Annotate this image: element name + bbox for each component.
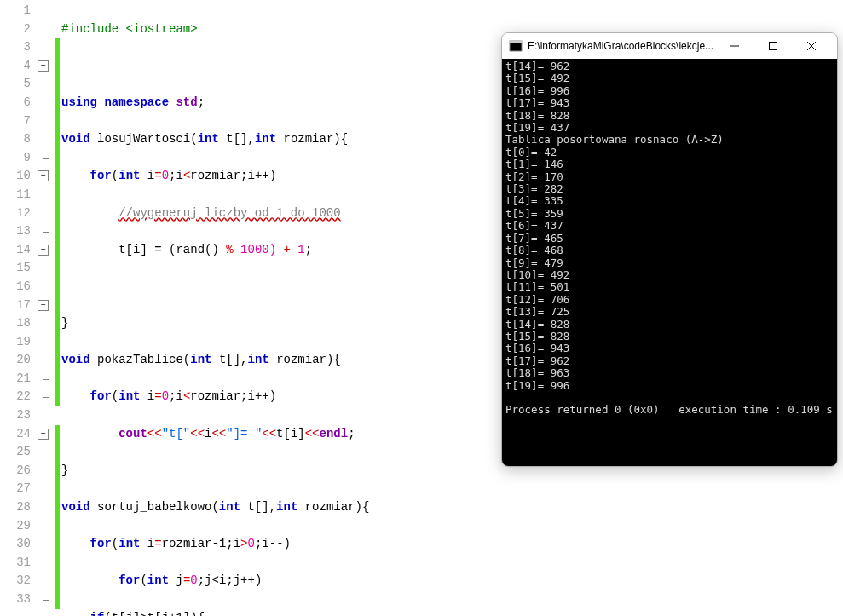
line-number: 6 — [0, 94, 31, 112]
fold-end — [43, 158, 49, 159]
line-number: 23 — [0, 406, 31, 425]
line-number: 17 — [0, 296, 31, 315]
comment: //wygeneruj liczby od 1 do 1000 — [118, 206, 340, 220]
close-button[interactable] — [792, 33, 830, 59]
code-line[interactable]: for(int i=rozmiar-1;i>0;i--) — [61, 535, 843, 554]
fold-line — [43, 554, 43, 573]
line-number: 28 — [0, 498, 31, 517]
fold-line — [43, 590, 43, 600]
fold-line — [43, 112, 43, 131]
line-number: 18 — [0, 314, 31, 333]
line-number: 4 — [0, 57, 31, 76]
line-number: 25 — [0, 443, 31, 462]
fold-gutter[interactable] — [36, 0, 55, 616]
line-number: 26 — [0, 462, 31, 481]
fold-toggle[interactable] — [38, 300, 49, 311]
fold-toggle[interactable] — [38, 245, 49, 256]
fold-line — [43, 278, 43, 296]
titlebar[interactable]: E:\informatykaMiGra\codeBlocks\lekcje... — [502, 33, 837, 59]
line-number: 30 — [0, 535, 31, 554]
fold-line — [43, 314, 43, 333]
line-number: 24 — [0, 425, 31, 444]
fold-toggle[interactable] — [38, 60, 49, 72]
fold-line — [43, 75, 43, 94]
fold-line — [43, 462, 43, 481]
line-number: 22 — [0, 388, 31, 406]
line-number: 12 — [0, 204, 31, 223]
fold-line — [43, 517, 43, 536]
line-number: 14 — [0, 241, 31, 260]
maximize-button[interactable] — [754, 33, 792, 59]
line-number-gutter: 1234567891011121314151617181920212223242… — [0, 0, 36, 616]
code-line[interactable]: for(int j=0;j<i;j++) — [61, 572, 843, 590]
line-number: 19 — [0, 333, 31, 352]
fold-line — [43, 259, 43, 278]
preprocessor: #include <iostream> — [61, 22, 198, 36]
console-output[interactable]: t[14]= 962 t[15]= 492 t[16]= 996 t[17]= … — [502, 59, 837, 466]
change-bar — [55, 425, 60, 609]
code-line[interactable]: void sortuj_babelkowo(int t[],int rozmia… — [61, 498, 843, 517]
change-margin — [55, 0, 60, 616]
fold-line — [43, 481, 43, 499]
line-number: 10 — [0, 167, 31, 186]
fold-line — [43, 370, 43, 379]
minimize-button[interactable] — [715, 33, 754, 59]
fold-end — [43, 232, 49, 233]
line-number: 3 — [0, 38, 31, 57]
line-number: 29 — [0, 517, 31, 536]
svg-rect-3 — [769, 43, 777, 50]
line-number: 21 — [0, 370, 31, 389]
fold-end — [43, 379, 49, 380]
line-number: 20 — [0, 351, 31, 370]
fold-line — [43, 333, 43, 352]
fold-line — [43, 149, 43, 158]
line-number: 15 — [0, 259, 31, 278]
fold-toggle[interactable] — [38, 170, 49, 181]
console-window[interactable]: E:\informatykaMiGra\codeBlocks\lekcje...… — [501, 32, 838, 467]
line-number: 11 — [0, 186, 31, 204]
line-number: 27 — [0, 480, 31, 498]
line-number: 9 — [0, 149, 31, 168]
line-number: 1 — [0, 2, 31, 20]
fold-line — [43, 573, 43, 591]
line-number: 5 — [0, 75, 31, 94]
fold-line — [43, 351, 43, 370]
line-number: 31 — [0, 554, 31, 573]
change-bar — [55, 38, 60, 406]
fold-line — [43, 130, 43, 149]
code-line[interactable]: if(t[j]>t[j+1]){ — [61, 609, 843, 616]
svg-rect-1 — [510, 41, 522, 43]
fold-line — [43, 94, 43, 112]
fold-line — [43, 186, 43, 204]
line-number: 7 — [0, 112, 31, 131]
fold-toggle[interactable] — [38, 429, 49, 440]
fold-line — [43, 498, 43, 517]
line-number: 2 — [0, 20, 31, 39]
line-number: 13 — [0, 222, 31, 241]
fold-end — [43, 600, 49, 601]
window-title: E:\informatykaMiGra\codeBlocks\lekcje... — [528, 40, 715, 52]
line-number: 32 — [0, 572, 31, 590]
app-icon — [509, 39, 523, 53]
fold-line — [43, 535, 43, 554]
line-number: 33 — [0, 590, 31, 609]
line-number: 8 — [0, 130, 31, 149]
fold-line — [43, 443, 43, 462]
fold-line — [43, 204, 43, 223]
fold-end — [43, 397, 49, 398]
fold-line — [43, 389, 43, 398]
line-number: 16 — [0, 278, 31, 296]
fold-line — [43, 222, 43, 232]
